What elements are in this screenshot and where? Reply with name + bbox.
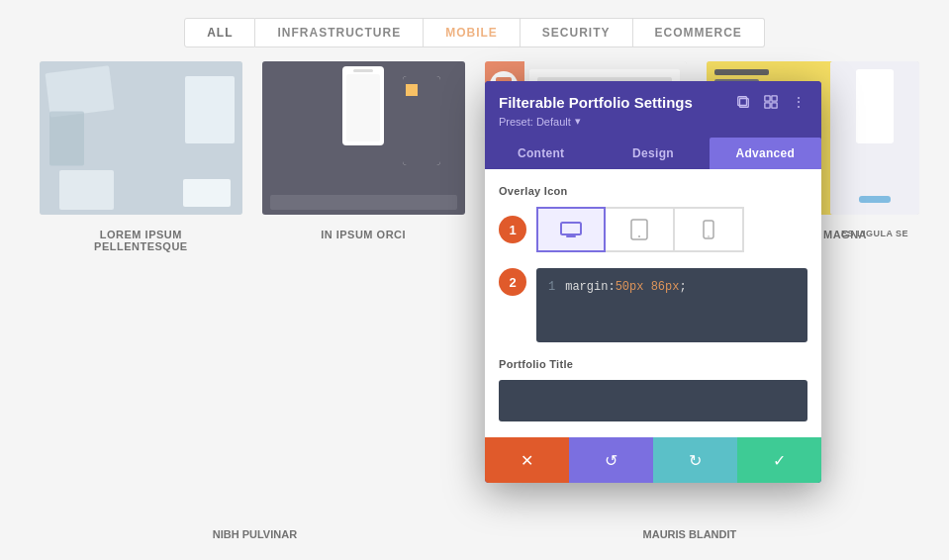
- tab-advanced[interactable]: Advanced: [710, 138, 821, 169]
- svg-rect-6: [561, 223, 581, 234]
- code-value: 50px 86px: [616, 280, 680, 294]
- code-line-number: 1: [548, 280, 555, 294]
- preset-label: Preset: Default: [499, 116, 571, 128]
- svg-rect-1: [740, 99, 749, 108]
- panel-title: Filterable Portfolio Settings: [499, 94, 734, 111]
- overlay-icon-label: Overlay Icon: [499, 185, 807, 197]
- svg-rect-5: [772, 103, 777, 108]
- preset-arrow: ▾: [575, 115, 581, 128]
- code-editor-row: 2 1margin:50px 86px;: [499, 268, 807, 342]
- icon-option-phone[interactable]: [675, 207, 744, 252]
- icon-option-monitor[interactable]: [536, 207, 606, 252]
- tab-design[interactable]: Design: [597, 138, 709, 169]
- settings-panel[interactable]: Filterable Portfolio Settings ⋮ Preset: …: [485, 81, 821, 483]
- portfolio-title-label: Portfolio Title: [499, 358, 807, 370]
- undo-button[interactable]: ↺: [569, 437, 653, 483]
- panel-body: Overlay Icon 1: [485, 169, 821, 437]
- svg-rect-2: [765, 96, 770, 101]
- save-button[interactable]: ✓: [737, 437, 821, 483]
- overlay-icons-row: 1: [499, 207, 807, 252]
- step-1-badge: 1: [499, 216, 526, 243]
- svg-point-10: [708, 235, 710, 237]
- cancel-button[interactable]: ✕: [485, 437, 569, 483]
- code-property: margin:: [565, 280, 615, 294]
- code-editor[interactable]: 1margin:50px 86px;: [536, 268, 807, 342]
- panel-header: Filterable Portfolio Settings ⋮: [485, 81, 821, 111]
- code-semicolon: ;: [679, 280, 686, 294]
- icon-option-tablet[interactable]: [606, 207, 675, 252]
- panel-footer: ✕ ↺ ↻ ✓: [485, 437, 821, 483]
- svg-rect-4: [765, 103, 770, 108]
- redo-button[interactable]: ↻: [653, 437, 737, 483]
- copy-icon[interactable]: [734, 93, 752, 111]
- panel-header-icons: ⋮: [734, 93, 807, 111]
- portfolio-title-input[interactable]: [499, 380, 807, 421]
- more-icon[interactable]: ⋮: [790, 93, 807, 111]
- portfolio-title-section: Portfolio Title: [499, 358, 807, 421]
- step-2-badge: 2: [499, 268, 526, 296]
- panel-tabs: Content Design Advanced: [485, 138, 821, 169]
- grid-icon[interactable]: [762, 93, 780, 111]
- svg-rect-3: [772, 96, 777, 101]
- svg-point-8: [638, 235, 640, 237]
- tab-content[interactable]: Content: [485, 138, 597, 169]
- panel-preset[interactable]: Preset: Default ▾: [485, 111, 821, 138]
